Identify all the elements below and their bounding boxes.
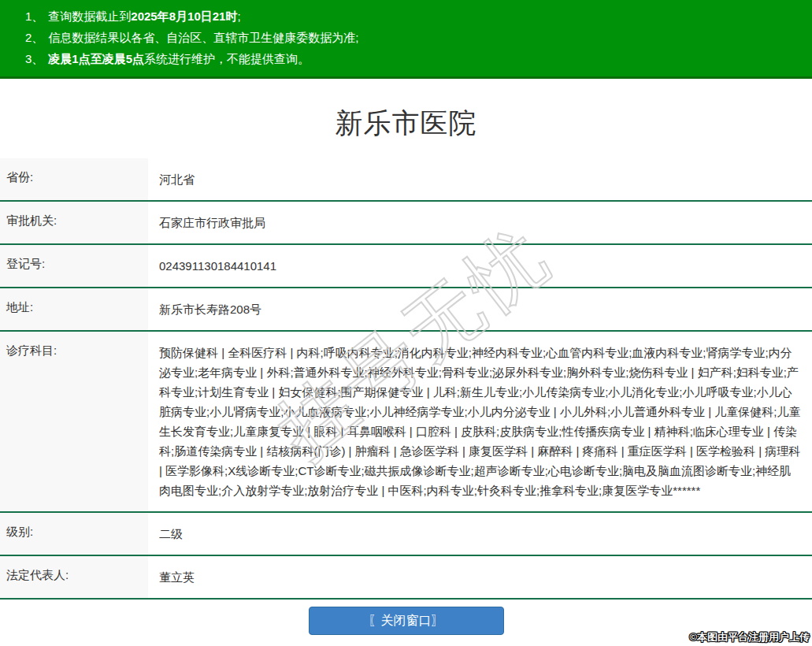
row-value: 024391130184410141 xyxy=(148,245,812,287)
row-value: 二级 xyxy=(148,513,812,555)
notice-item-3: 3、凌晨1点至凌晨5点系统进行维护，不能提供查询。 xyxy=(25,48,804,69)
notice-item-1: 1、查询数据截止到2025年8月10日21时; xyxy=(25,6,804,27)
notice-item-number: 2、 xyxy=(25,31,43,44)
row-label: 审批机关: xyxy=(0,202,148,243)
table-row-level: 级别: 二级 xyxy=(0,513,812,556)
row-label: 法定代表人: xyxy=(0,556,148,598)
row-value: 董立英 xyxy=(148,556,812,598)
notice-item-2: 2、信息数据结果以各省、自治区、直辖市卫生健康委数据为准; xyxy=(25,27,804,48)
notice-item-text: 查询数据截止到 xyxy=(48,9,131,23)
close-window-button[interactable]: 〖关闭窗口〗 xyxy=(309,607,504,635)
notice-item-bold-text: 2025年8月10日21时 xyxy=(131,9,237,23)
table-row-registration-number: 登记号: 024391130184410141 xyxy=(0,245,812,288)
button-bar: 〖关闭窗口〗 xyxy=(0,607,812,635)
notice-item-text: 信息数据结果以各省、自治区、直辖市卫生健康委数据为准; xyxy=(48,31,358,44)
notice-item-text: 系统进行维护，不能提供查询。 xyxy=(144,52,310,65)
table-row-approval-authority: 审批机关: 石家庄市行政审批局 xyxy=(0,202,812,245)
table-row-legal-representative: 法定代表人: 董立英 xyxy=(0,556,812,600)
row-label: 级别: xyxy=(0,513,148,555)
row-label: 地址: xyxy=(0,288,148,330)
row-value: 新乐市长寿路208号 xyxy=(148,288,812,330)
hospital-detail-table: 省份: 河北省 审批机关: 石家庄市行政审批局 登记号: 02439113018… xyxy=(0,158,812,600)
notice-item-bold-text: 凌晨1点至凌晨5点 xyxy=(48,52,144,65)
notice-item-number: 3、 xyxy=(25,52,43,65)
table-row-province: 省份: 河北省 xyxy=(0,158,812,202)
row-label: 省份: xyxy=(0,158,148,200)
notice-banner: 1、查询数据截止到2025年8月10日21时; 2、信息数据结果以各省、自治区、… xyxy=(0,0,812,79)
row-value: 预防保健科 | 全科医疗科 | 内科;呼吸内科专业;消化内科专业;神经内科专业;… xyxy=(148,332,812,511)
notice-item-text: ; xyxy=(237,9,240,23)
page-title: 新乐市医院 xyxy=(0,105,812,142)
table-row-treatment-subjects: 诊疗科目: 预防保健科 | 全科医疗科 | 内科;呼吸内科专业;消化内科专业;神… xyxy=(0,332,812,513)
row-value: 石家庄市行政审批局 xyxy=(148,202,812,243)
row-label: 诊疗科目: xyxy=(0,332,148,511)
table-row-address: 地址: 新乐市长寿路208号 xyxy=(0,288,812,332)
row-label: 登记号: xyxy=(0,245,148,287)
notice-item-number: 1、 xyxy=(25,9,43,23)
row-value: 河北省 xyxy=(148,158,812,200)
